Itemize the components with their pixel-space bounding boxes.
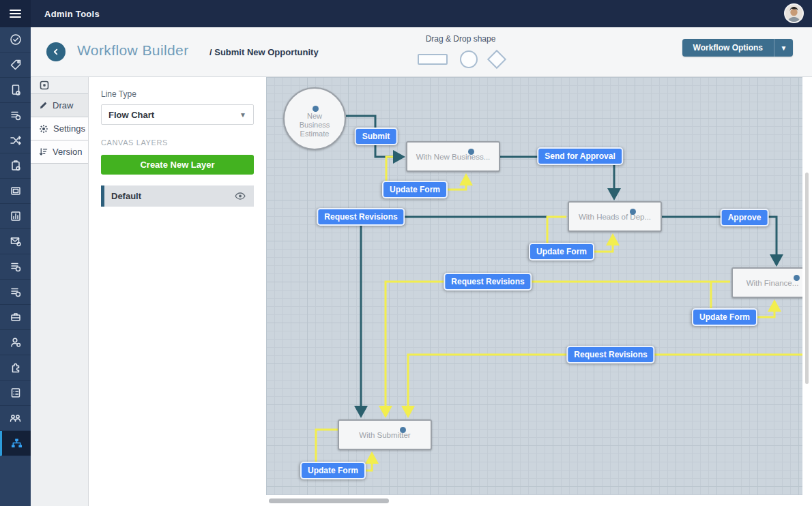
- bar-chart-icon: [10, 210, 22, 222]
- tool-tabs: Draw Settings Version: [31, 77, 89, 506]
- tab-draw[interactable]: Draw: [31, 94, 88, 117]
- list-gear-icon: [10, 109, 22, 121]
- puzzle-icon: [10, 361, 22, 374]
- sidebar-item-clipboard-settings[interactable]: [0, 153, 31, 179]
- tag-icon: [10, 59, 22, 71]
- node-port-dot: [794, 275, 800, 281]
- node-with-heads-of-dep[interactable]: With Heads of Dep...: [568, 201, 662, 232]
- tab-settings-label: Settings: [53, 123, 85, 134]
- node-port-dot: [400, 427, 406, 433]
- canvas-area: New Business Estimate With New Business.…: [266, 77, 812, 506]
- sidebar-item-workflow-builder[interactable]: [0, 431, 31, 456]
- list-gear-icon: [10, 286, 22, 298]
- layer-visibility-toggle[interactable]: [235, 192, 246, 200]
- tasks-check-icon: [10, 33, 22, 46]
- edge-label-request-revisions-2[interactable]: Request Revisions: [444, 273, 532, 291]
- gear-icon: [39, 124, 48, 134]
- horizontal-scrollbar[interactable]: [266, 495, 812, 506]
- sidebar-item-user-settings[interactable]: [0, 330, 31, 355]
- sidebar-item-users[interactable]: [0, 406, 31, 431]
- tab-version-label: Version: [53, 147, 82, 157]
- node-new-business-estimate[interactable]: New Business Estimate: [283, 87, 346, 150]
- tool-panel: Draw Settings Version Line Type Flow Cha…: [31, 77, 266, 506]
- node-with-submitter[interactable]: With Submitter: [338, 419, 432, 450]
- edge-label-request-revisions-1[interactable]: Request Revisions: [317, 208, 405, 226]
- node-port-dot: [630, 209, 636, 215]
- app-title: Admin Tools: [44, 9, 100, 19]
- drag-shape-circle[interactable]: [460, 50, 478, 68]
- sidebar-item-mail-settings[interactable]: [0, 229, 31, 254]
- layer-row-default[interactable]: Default: [101, 185, 254, 207]
- edge-label-update-form-4[interactable]: Update Form: [300, 462, 366, 479]
- sidebar-item-puzzle[interactable]: [0, 355, 31, 381]
- node-with-finance[interactable]: With Finance...: [731, 267, 802, 298]
- image-icon: [10, 185, 22, 197]
- sidebar-item-bar-chart[interactable]: [0, 204, 31, 229]
- sidebar-item-list-settings-3[interactable]: [0, 280, 31, 305]
- tab-version[interactable]: Version: [31, 140, 88, 164]
- org-chart-icon: [10, 437, 23, 449]
- sidebar-item-tags[interactable]: [0, 53, 31, 78]
- drag-shape-rectangle[interactable]: [418, 54, 448, 65]
- sidebar-item-clipboard-list[interactable]: [0, 381, 31, 406]
- workflow-options-label[interactable]: Workflow Options: [682, 39, 774, 57]
- sidebar-item-list-settings-2[interactable]: [0, 254, 31, 280]
- sidebar-item-list-settings[interactable]: [0, 103, 31, 128]
- user-avatar[interactable]: [784, 3, 804, 23]
- top-bar: Admin Tools: [31, 0, 812, 27]
- panel-collapse-button[interactable]: [31, 77, 88, 94]
- edge-label-request-revisions-3[interactable]: Request Revisions: [566, 346, 654, 363]
- line-type-select[interactable]: Flow Chart ▼: [101, 104, 254, 125]
- edge-label-send-for-approval[interactable]: Send for Approval: [537, 147, 623, 165]
- edge-label-update-form-3[interactable]: Update Form: [692, 308, 757, 326]
- pencil-icon: [39, 101, 48, 110]
- vertical-scrollbar[interactable]: [802, 77, 812, 495]
- menu-toggle-button[interactable]: [0, 0, 31, 27]
- edge-label-submit[interactable]: Submit: [355, 128, 398, 145]
- edge-label-update-form-1[interactable]: Update Form: [382, 181, 448, 198]
- briefcase-icon: [10, 311, 22, 323]
- node-port-dot: [468, 149, 474, 155]
- shape-palette-label: Drag & Drop shape: [386, 34, 536, 44]
- sidebar-item-image-frame[interactable]: [0, 179, 31, 204]
- line-type-label: Line Type: [101, 89, 254, 99]
- clipboard-list-icon: [10, 387, 22, 399]
- vertical-scrollbar-thumb[interactable]: [805, 173, 809, 384]
- drag-shape-diamond[interactable]: [487, 50, 506, 69]
- user-gear-icon: [10, 336, 22, 348]
- back-button[interactable]: [46, 42, 66, 61]
- sidebar-item-shuffle[interactable]: [0, 128, 31, 153]
- sidebar-item-briefcase[interactable]: [0, 305, 31, 330]
- node-port-dot: [313, 106, 319, 112]
- node-with-new-business[interactable]: With New Business...: [406, 141, 500, 172]
- list-gear-icon: [10, 261, 22, 273]
- canvas-layers-heading: CANVAS LAYERS: [101, 138, 254, 147]
- workflow-options-button[interactable]: Workflow Options ▼: [682, 39, 793, 57]
- users-icon: [9, 412, 22, 424]
- horizontal-scrollbar-thumb[interactable]: [269, 498, 389, 503]
- page-header: Workflow Builder / Submit New Opportunit…: [31, 27, 812, 77]
- sidebar-item-document-settings[interactable]: [0, 78, 31, 103]
- node-label: With Finance...: [746, 279, 799, 287]
- edge-label-approve[interactable]: Approve: [721, 209, 769, 226]
- shape-palette: Drag & Drop shape: [386, 34, 536, 72]
- chevron-down-icon: ▼: [240, 111, 246, 119]
- create-new-layer-button[interactable]: Create New Layer: [101, 155, 254, 175]
- line-type-value: Flow Chart: [108, 110, 154, 120]
- tab-settings[interactable]: Settings: [31, 117, 88, 140]
- node-label: With New Business...: [416, 153, 491, 161]
- breadcrumb: / Submit New Opportunity: [209, 47, 319, 57]
- avatar-photo: [785, 5, 802, 22]
- node-label: With Heads of Dep...: [579, 213, 651, 221]
- draw-panel-content: Line Type Flow Chart ▼ CANVAS LAYERS Cre…: [89, 77, 266, 506]
- tab-draw-label: Draw: [53, 100, 73, 110]
- mail-gear-icon: [10, 235, 22, 248]
- document-gear-icon: [10, 84, 22, 96]
- workflow-canvas[interactable]: New Business Estimate With New Business.…: [266, 77, 802, 495]
- edge-label-update-form-2[interactable]: Update Form: [529, 243, 594, 261]
- workflow-options-caret[interactable]: ▼: [774, 39, 793, 57]
- eye-icon: [235, 192, 246, 200]
- chevron-left-icon: [52, 48, 60, 56]
- sidebar-item-tasks-check[interactable]: [0, 27, 31, 53]
- focus-square-icon: [40, 80, 49, 90]
